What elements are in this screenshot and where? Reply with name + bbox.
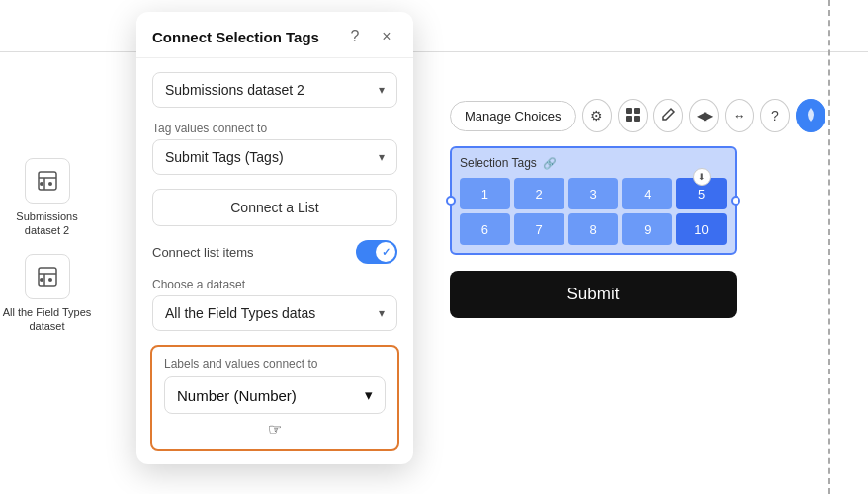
sidebar-item-fieldtypes[interactable]: All the Field Types dataset [0, 254, 94, 334]
choose-dataset-value: All the Field Types datas [165, 305, 315, 321]
modal-body: Submissions dataset 2 ▾ Tag values conne… [136, 58, 413, 464]
layout-svg-icon [625, 107, 641, 123]
choose-dataset-section: Choose a dataset All the Field Types dat… [152, 278, 397, 331]
tag-cell-7[interactable]: 7 [514, 213, 564, 245]
svg-point-8 [40, 278, 43, 282]
resize-handle-left[interactable] [446, 196, 456, 206]
choose-dataset-dropdown[interactable]: All the Field Types datas ▾ [152, 295, 397, 331]
pencil-svg-icon [660, 107, 676, 123]
tag-values-dropdown[interactable]: Submit Tags (Tags) ▾ [152, 139, 397, 175]
selection-tags-widget: Selection Tags 🔗 1 2 3 4 ⬇ 5 6 [450, 146, 737, 255]
tag-cell-6[interactable]: 6 [460, 213, 510, 245]
tag-values-value: Submit Tags (Tags) [165, 149, 284, 165]
toggle-check-icon: ✓ [382, 246, 391, 259]
gear-button[interactable]: ⚙ [582, 99, 612, 132]
modal-header: Connect Selection Tags ? × [136, 12, 413, 58]
tag-cell-3[interactable]: 3 [568, 178, 619, 209]
submit-button[interactable]: Submit [450, 271, 737, 318]
layout-icon [625, 107, 641, 125]
svg-rect-12 [626, 116, 632, 122]
horizontal-rule [0, 51, 868, 52]
arrows-button[interactable]: ↔ [725, 99, 754, 132]
tags-grid: 1 2 3 4 ⬇ 5 6 7 8 [460, 178, 727, 245]
tag-cell-2[interactable]: 2 [514, 178, 564, 209]
dataset-value: Submissions dataset 2 [165, 82, 304, 98]
pencil-icon [660, 107, 676, 125]
svg-rect-0 [39, 172, 56, 190]
cursor-hand-icon: ☞ [268, 420, 282, 439]
connect-list-items-row: Connect list items ✓ [152, 240, 397, 264]
question-icon: ? [771, 108, 779, 124]
svg-rect-11 [634, 108, 640, 114]
svg-point-9 [48, 278, 52, 282]
fieldtypes-widget-label: All the Field Types dataset [0, 305, 94, 334]
choose-dataset-label: Choose a dataset [152, 278, 397, 291]
gear-icon: ⚙ [590, 108, 603, 124]
dataset-chevron-icon: ▾ [379, 83, 385, 97]
toolbar: Manage Choices ⚙ ◀▶ [450, 99, 825, 132]
arrows-icon: ↔ [733, 108, 746, 124]
manage-choices-button[interactable]: Manage Choices [450, 101, 576, 131]
labels-chevron-icon: ▾ [365, 386, 373, 404]
user-action-icon [803, 107, 819, 125]
submissions-icon [36, 169, 59, 193]
svg-rect-13 [634, 116, 640, 122]
double-chevron-icon: ◀▶ [697, 109, 711, 123]
svg-rect-5 [39, 268, 56, 286]
svg-rect-10 [626, 108, 632, 114]
question-button[interactable]: ? [760, 99, 790, 132]
right-panel: Manage Choices ⚙ ◀▶ [450, 99, 825, 318]
modal-title: Connect Selection Tags [152, 29, 319, 45]
modal-close-button[interactable]: × [376, 26, 397, 47]
labels-section: Labels and values connect to Number (Num… [150, 345, 399, 451]
connect-selection-tags-modal: Connect Selection Tags ? × Submissions d… [136, 12, 413, 464]
fieldtypes-icon [36, 265, 59, 288]
choose-dataset-chevron-icon: ▾ [379, 306, 385, 320]
toggle-knob: ✓ [376, 242, 395, 262]
selection-tags-label: Selection Tags [460, 156, 537, 170]
connect-list-button[interactable]: Connect a List [152, 189, 397, 226]
pencil-button[interactable] [653, 99, 683, 132]
connect-list-items-label: Connect list items [152, 245, 254, 260]
svg-point-3 [40, 182, 43, 186]
labels-value: Number (Number) [177, 387, 297, 404]
double-chevron-button[interactable]: ◀▶ [689, 99, 719, 132]
modal-help-button[interactable]: ? [344, 26, 366, 47]
submissions-widget-icon [25, 158, 70, 204]
user-svg-icon [803, 107, 819, 123]
user-action-button[interactable] [796, 99, 825, 132]
svg-point-4 [48, 182, 52, 186]
tag-values-section: Tag values connect to Submit Tags (Tags)… [152, 122, 397, 175]
left-sidebar: Submissions dataset 2 All the Field Type… [0, 158, 94, 333]
tag-cell-1[interactable]: 1 [460, 178, 510, 209]
tag-cell-9[interactable]: 9 [622, 213, 672, 245]
tag-cell-4[interactable]: 4 [622, 178, 672, 209]
labels-dropdown[interactable]: Number (Number) ▾ [164, 376, 386, 414]
tag-cell-8[interactable]: 8 [568, 213, 619, 245]
selection-tags-header: Selection Tags 🔗 [460, 156, 727, 170]
dashed-line [828, 0, 830, 494]
tag-values-chevron-icon: ▾ [379, 150, 385, 164]
dataset-dropdown[interactable]: Submissions dataset 2 ▾ [152, 72, 397, 108]
labels-section-label: Labels and values connect to [164, 357, 386, 370]
tag-cell-5[interactable]: ⬇ 5 [676, 178, 727, 209]
sidebar-item-submissions[interactable]: Submissions dataset 2 [0, 158, 94, 238]
modal-header-icons: ? × [344, 26, 397, 47]
tag-values-label: Tag values connect to [152, 122, 397, 135]
layout-button[interactable] [618, 99, 648, 132]
submissions-widget-label: Submissions dataset 2 [0, 209, 94, 238]
resize-handle-right[interactable] [731, 196, 740, 206]
tag-pin-icon: 🔗 [543, 157, 557, 170]
fieldtypes-widget-icon [25, 254, 70, 299]
download-badge: ⬇ [693, 168, 711, 186]
tag-cell-10[interactable]: 10 [676, 213, 727, 245]
connect-list-items-toggle[interactable]: ✓ [356, 240, 397, 264]
